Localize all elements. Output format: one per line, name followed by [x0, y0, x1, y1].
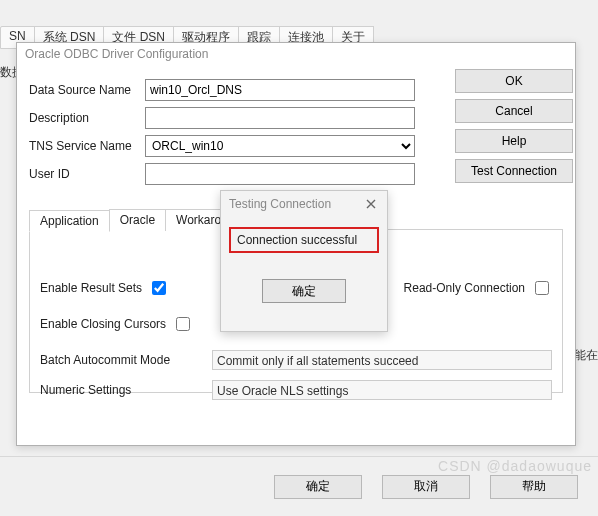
userid-label: User ID: [29, 167, 145, 181]
tns-select[interactable]: ORCL_win10: [145, 135, 415, 157]
dsn-input[interactable]: [145, 79, 415, 101]
read-only-checkbox[interactable]: [535, 281, 549, 295]
read-only-label: Read-Only Connection: [404, 281, 525, 295]
popup-ok-button[interactable]: 确定: [262, 279, 346, 303]
enable-result-sets-checkbox[interactable]: [152, 281, 166, 295]
footer-cancel-button[interactable]: 取消: [382, 475, 470, 499]
enable-closing-cursors-label: Enable Closing Cursors: [40, 317, 166, 331]
cancel-button[interactable]: Cancel: [455, 99, 573, 123]
tab-oracle[interactable]: Oracle: [109, 209, 166, 231]
help-button[interactable]: Help: [455, 129, 573, 153]
tab-application[interactable]: Application: [29, 210, 110, 232]
close-icon[interactable]: [363, 196, 379, 212]
popup-title-text: Testing Connection: [229, 197, 331, 211]
numeric-settings-label: Numeric Settings: [40, 383, 212, 397]
batch-autocommit-label: Batch Autocommit Mode: [40, 353, 212, 367]
description-input[interactable]: [145, 107, 415, 129]
enable-result-sets-label: Enable Result Sets: [40, 281, 142, 295]
description-label: Description: [29, 111, 145, 125]
numeric-settings-value[interactable]: Use Oracle NLS settings: [212, 380, 552, 400]
enable-closing-cursors-checkbox[interactable]: [176, 317, 190, 331]
footer-bar: 确定 取消 帮助: [0, 456, 598, 516]
tns-label: TNS Service Name: [29, 139, 145, 153]
testing-connection-dialog: Testing Connection Connection successful…: [220, 190, 388, 332]
test-connection-button[interactable]: Test Connection: [455, 159, 573, 183]
footer-ok-button[interactable]: 确定: [274, 475, 362, 499]
bg-text-right: 能在: [574, 347, 598, 364]
dsn-label: Data Source Name: [29, 83, 145, 97]
userid-input[interactable]: [145, 163, 415, 185]
ok-button[interactable]: OK: [455, 69, 573, 93]
footer-help-button[interactable]: 帮助: [490, 475, 578, 499]
dialog-title: Oracle ODBC Driver Configuration: [17, 43, 575, 65]
batch-autocommit-value[interactable]: Commit only if all statements succeed: [212, 350, 552, 370]
popup-message: Connection successful: [229, 227, 379, 253]
